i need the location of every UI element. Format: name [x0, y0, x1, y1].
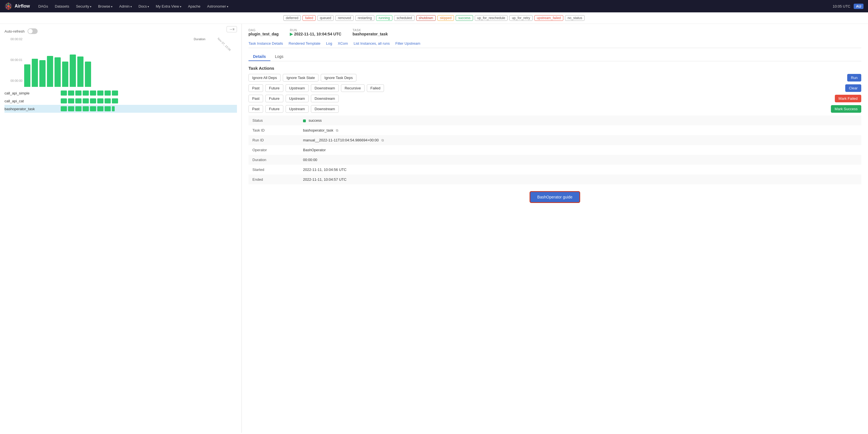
block: [83, 106, 89, 111]
btn-ignore-task-state[interactable]: Ignore Task State: [283, 74, 318, 82]
block: [112, 106, 115, 111]
badge-failed[interactable]: failed: [303, 15, 316, 21]
subtab-logs[interactable]: Logs: [270, 53, 288, 61]
navbar-right: 10:05 UTC AU: [833, 4, 864, 9]
detail-label-operator: Operator: [248, 145, 299, 155]
btn-run[interactable]: Run: [847, 74, 861, 82]
btn-mark-failed[interactable]: Mark Failed: [835, 95, 861, 102]
btn-upstream-4[interactable]: Upstream: [286, 105, 309, 113]
btn-future-3[interactable]: Future: [265, 95, 283, 102]
tab-list-instances[interactable]: List Instances, all runs: [353, 40, 390, 48]
badge-upstream-failed[interactable]: upstream_failed: [534, 15, 563, 21]
badge-removed[interactable]: removed: [335, 15, 353, 21]
subtab-details[interactable]: Details: [248, 53, 270, 61]
btn-downstream-3[interactable]: Downstream: [311, 95, 339, 102]
badge-success[interactable]: success: [456, 15, 473, 21]
task-blocks-3: [61, 106, 115, 111]
badge-shutdown[interactable]: shutdown: [416, 15, 436, 21]
left-panel: Auto-refresh →≡ 00:00:02 00:00:01 00:00:…: [0, 24, 242, 433]
task-row[interactable]: call_api_simple: [4, 89, 237, 97]
bar-7[interactable]: [70, 55, 76, 87]
main-layout: Auto-refresh →≡ 00:00:02 00:00:01 00:00:…: [0, 24, 868, 433]
copy-task-id-icon[interactable]: ⧉: [336, 128, 338, 132]
dag-value: plugin_test_dag: [248, 32, 279, 36]
y-label-bot: 00:00:00: [4, 79, 23, 82]
actions-row-4: Past Future Upstream Downstream Mark Suc…: [248, 105, 861, 113]
detail-row-operator: Operator BashOperator: [248, 145, 861, 155]
tab-rendered-template[interactable]: Rendered Template: [289, 40, 320, 48]
btn-past-4[interactable]: Past: [248, 105, 263, 113]
nav-my-extra-view[interactable]: My Extra View: [153, 3, 184, 9]
btn-recursive-2[interactable]: Recursive: [341, 84, 365, 92]
run-icon: ▶: [290, 32, 293, 36]
nav-astronomer[interactable]: Astronomer: [204, 3, 231, 9]
navbar-nav: DAGs Datasets Security Browse Admin Docs…: [35, 3, 827, 9]
detail-row-status: Status success: [248, 116, 861, 125]
btn-downstream-2[interactable]: Downstream: [311, 84, 339, 92]
bar-1[interactable]: [24, 64, 30, 87]
btn-upstream-2[interactable]: Upstream: [286, 84, 309, 92]
detail-row-task-id: Task ID bashoperator_task ⧉: [248, 125, 861, 135]
run-label: Run: [290, 28, 341, 32]
bar-4[interactable]: [47, 56, 53, 87]
expand-button[interactable]: →≡: [226, 26, 237, 32]
bar-2[interactable]: [32, 59, 38, 87]
btn-past-2[interactable]: Past: [248, 84, 263, 92]
brand[interactable]: Airflow: [4, 2, 30, 10]
task-value: bashoperator_task: [352, 32, 388, 36]
tab-xcom[interactable]: XCom: [338, 40, 348, 48]
bar-5[interactable]: [55, 57, 61, 87]
badge-up-for-retry[interactable]: up_for_retry: [509, 15, 533, 21]
tab-task-instance-details[interactable]: Task Instance Details: [248, 40, 283, 48]
block: [68, 98, 74, 103]
btn-future-4[interactable]: Future: [265, 105, 283, 113]
y-label-top: 00:00:02: [4, 37, 23, 41]
y-label-mid: 00:00:01: [4, 58, 23, 62]
btn-mark-success[interactable]: Mark Success: [831, 105, 861, 113]
btn-ignore-task-deps[interactable]: Ignore Task Deps: [321, 74, 356, 82]
badge-deferred[interactable]: deferred: [283, 15, 301, 21]
nav-dags[interactable]: DAGs: [35, 3, 51, 9]
nav-security[interactable]: Security: [73, 3, 94, 9]
copy-run-id-icon[interactable]: ⧉: [381, 138, 384, 142]
badge-scheduled[interactable]: scheduled: [394, 15, 414, 21]
bar-3[interactable]: [39, 60, 45, 87]
tab-filter-upstream[interactable]: Filter Upstream: [396, 40, 421, 48]
btn-future-2[interactable]: Future: [265, 84, 283, 92]
btn-downstream-4[interactable]: Downstream: [311, 105, 339, 113]
navbar-avatar[interactable]: AU: [854, 4, 864, 9]
auto-refresh-toggle[interactable]: [28, 28, 38, 34]
bar-8[interactable]: [77, 57, 84, 87]
btn-failed-2[interactable]: Failed: [367, 84, 384, 92]
tab-log[interactable]: Log: [326, 40, 332, 48]
btn-past-3[interactable]: Past: [248, 95, 263, 102]
nav-browse[interactable]: Browse: [95, 3, 115, 9]
bar-9[interactable]: [85, 62, 91, 87]
actions-row-1: Ignore All Deps Ignore Task State Ignore…: [248, 74, 861, 82]
bar-6[interactable]: [62, 62, 68, 87]
detail-value-task-id: bashoperator_task ⧉: [299, 125, 861, 135]
badge-up-for-reschedule[interactable]: up_for_reschedule: [475, 15, 508, 21]
detail-label-started: Started: [248, 165, 299, 175]
badge-skipped[interactable]: skipped: [437, 15, 454, 21]
btn-ignore-all-deps[interactable]: Ignore All Deps: [248, 74, 281, 82]
details-table: Status success Task ID bashoperator_task…: [248, 116, 861, 184]
badge-restarting[interactable]: restarting: [355, 15, 374, 21]
badge-running[interactable]: running: [376, 15, 393, 21]
navbar-time[interactable]: 10:05 UTC: [833, 4, 850, 8]
bashoperator-guide-button[interactable]: BashOperator guide: [530, 191, 580, 203]
badge-no-status[interactable]: no_status: [565, 15, 585, 21]
nav-datasets[interactable]: Datasets: [52, 3, 72, 9]
task-name-1: call_api_simple: [4, 91, 61, 95]
btn-clear[interactable]: Clear: [845, 84, 861, 92]
task-row-selected[interactable]: bashoperator_task: [4, 105, 237, 113]
block: [75, 106, 82, 111]
btn-upstream-3[interactable]: Upstream: [286, 95, 309, 102]
status-value: success: [309, 118, 322, 123]
task-row[interactable]: call_api_cat: [4, 97, 237, 105]
block: [75, 98, 82, 103]
nav-admin[interactable]: Admin: [116, 3, 135, 9]
nav-apache[interactable]: Apache: [185, 3, 203, 9]
nav-docs[interactable]: Docs: [136, 3, 152, 9]
badge-queued[interactable]: queued: [317, 15, 334, 21]
